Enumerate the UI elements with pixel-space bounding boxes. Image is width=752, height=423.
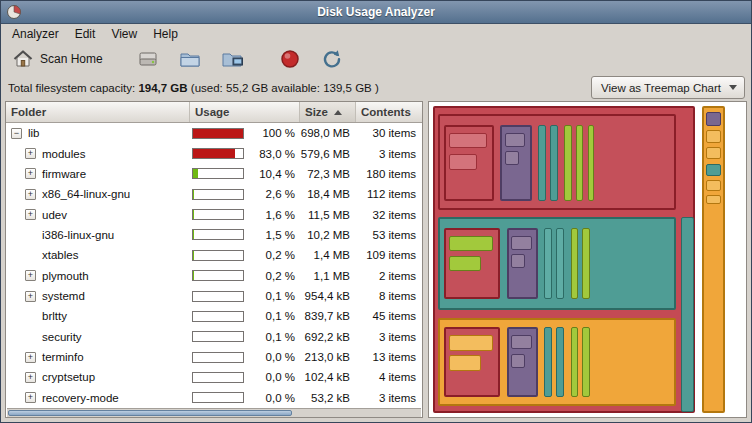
menu-analyzer[interactable]: Analyzer <box>4 24 67 44</box>
treemap-rect[interactable] <box>564 125 571 201</box>
contents-value: 112 items <box>356 188 422 200</box>
table-row[interactable]: security0,1 %692,2 kB3 items <box>6 327 422 347</box>
column-header-usage[interactable]: Usage <box>190 102 300 122</box>
folder-name: lib <box>28 127 40 139</box>
usage-percent: 0,2 % <box>266 270 295 282</box>
treemap-rect[interactable] <box>449 256 480 271</box>
column-label: Size <box>305 106 328 118</box>
table-row[interactable]: +x86_64-linux-gnu2,6 %18,4 MB112 items <box>6 184 422 204</box>
treemap-rect[interactable] <box>571 228 578 299</box>
collapse-expander-icon[interactable]: − <box>11 128 22 139</box>
table-row[interactable]: +modules83,0 %579,6 MB3 items <box>6 143 422 163</box>
treemap-rect[interactable] <box>544 327 552 397</box>
table-row[interactable]: +terminfo0,0 %213,0 kB13 items <box>6 347 422 367</box>
size-value: 579,6 MB <box>300 148 356 160</box>
refresh-icon <box>321 48 343 70</box>
scan-filesystem-button[interactable] <box>131 45 165 73</box>
table-row[interactable]: +udev1,6 %11,5 MB32 items <box>6 204 422 224</box>
table-row[interactable]: xtables0,2 %1,4 MB109 items <box>6 245 422 265</box>
contents-value: 32 items <box>356 209 422 221</box>
treemap-rect[interactable] <box>706 164 722 176</box>
treemap-rect[interactable] <box>706 147 722 159</box>
treemap-rect[interactable] <box>588 125 595 201</box>
scan-remote-folder-button[interactable] <box>215 45 251 73</box>
treemap-rect[interactable] <box>582 228 589 299</box>
treemap-canvas[interactable] <box>432 105 743 414</box>
treemap-rect[interactable] <box>511 254 525 268</box>
usage-bar <box>192 372 244 383</box>
size-value: 213,0 kB <box>300 351 356 363</box>
table-row[interactable]: i386-linux-gnu1,5 %10,2 MB53 items <box>6 225 422 245</box>
treemap-rect[interactable] <box>511 354 525 368</box>
treemap-rect[interactable] <box>550 125 558 201</box>
sort-ascending-icon <box>334 110 342 115</box>
treemap-rect[interactable] <box>576 125 583 201</box>
treemap-rect[interactable] <box>538 125 546 201</box>
table-row[interactable]: +cryptsetup0,0 %102,4 kB4 items <box>6 367 422 387</box>
view-mode-dropdown[interactable]: View as Treemap Chart <box>591 76 745 99</box>
table-row[interactable]: +systemd0,1 %954,4 kB8 items <box>6 286 422 306</box>
treemap-rect[interactable] <box>449 133 486 148</box>
filesystem-capacity-status: Total filesystem capacity: 194,7 GB (use… <box>8 82 379 94</box>
treemap-rect[interactable] <box>449 335 493 350</box>
column-header-folder[interactable]: Folder <box>6 102 190 122</box>
column-header-size[interactable]: Size <box>300 102 356 122</box>
scan-home-button[interactable]: Scan Home <box>6 45 109 73</box>
menu-help[interactable]: Help <box>145 24 186 44</box>
expand-expander-icon[interactable]: + <box>25 209 36 220</box>
expand-expander-icon[interactable]: + <box>25 392 36 403</box>
expand-expander-icon[interactable]: + <box>25 168 36 179</box>
table-row[interactable]: +firmware10,4 %72,3 MB180 items <box>6 164 422 184</box>
table-header: Folder Usage Size Contents <box>6 102 422 123</box>
expand-expander-icon[interactable]: + <box>25 291 36 302</box>
usage-bar <box>192 352 244 363</box>
treemap-rect[interactable] <box>681 217 693 411</box>
table-row[interactable]: +plymouth0,2 %1,1 MB2 items <box>6 266 422 286</box>
menu-view[interactable]: View <box>103 24 145 44</box>
expand-expander-icon[interactable]: + <box>25 372 36 383</box>
table-row[interactable]: brltty0,1 %839,7 kB45 items <box>6 306 422 326</box>
expand-expander-icon[interactable]: + <box>25 189 36 200</box>
treemap-rect[interactable] <box>582 327 589 397</box>
menu-edit[interactable]: Edit <box>67 24 104 44</box>
treemap-rect[interactable] <box>511 236 531 250</box>
home-icon <box>12 48 34 70</box>
app-icon <box>6 4 22 20</box>
table-row[interactable]: −lib100 %698,0 MB30 items <box>6 123 422 143</box>
treemap-rect[interactable] <box>706 112 722 126</box>
treemap-rect[interactable] <box>556 228 564 299</box>
size-value: 102,4 kB <box>300 371 356 383</box>
treemap-rect[interactable] <box>706 180 722 191</box>
treemap-rect[interactable] <box>449 154 477 169</box>
treemap-rect[interactable] <box>706 195 722 204</box>
folder-name: terminfo <box>42 351 84 363</box>
treemap-rect[interactable] <box>706 130 722 142</box>
treemap-rect[interactable] <box>511 335 531 349</box>
table-row[interactable]: +recovery-mode0,0 %53,2 kB3 items <box>6 388 422 408</box>
titlebar[interactable]: Disk Usage Analyzer <box>1 1 751 24</box>
treemap-rect[interactable] <box>556 327 564 397</box>
treemap-rect[interactable] <box>571 327 578 397</box>
treemap-rect[interactable] <box>449 236 493 251</box>
treemap-rect[interactable] <box>449 355 480 370</box>
scan-home-label: Scan Home <box>40 52 103 66</box>
horizontal-scrollbar[interactable] <box>7 408 421 417</box>
expand-expander-icon[interactable]: + <box>25 270 36 281</box>
usage-percent: 83,0 % <box>259 148 295 160</box>
scan-folder-button[interactable] <box>173 45 207 73</box>
treemap-rect[interactable] <box>505 133 525 147</box>
usage-percent: 0,0 % <box>266 351 295 363</box>
column-header-contents[interactable]: Contents <box>356 102 422 122</box>
expand-expander-icon[interactable]: + <box>25 148 36 159</box>
folder-icon <box>179 48 201 70</box>
treemap-rect[interactable] <box>505 151 519 165</box>
scrollbar-thumb[interactable] <box>8 410 292 416</box>
stop-button[interactable] <box>273 45 307 73</box>
size-value: 954,4 kB <box>300 290 356 302</box>
expand-expander-icon[interactable]: + <box>25 352 36 363</box>
refresh-button[interactable] <box>315 45 349 73</box>
folder-name: modules <box>42 148 85 160</box>
column-label: Folder <box>11 106 46 118</box>
treemap-rect[interactable] <box>544 228 552 299</box>
usage-percent: 0,0 % <box>266 371 295 383</box>
